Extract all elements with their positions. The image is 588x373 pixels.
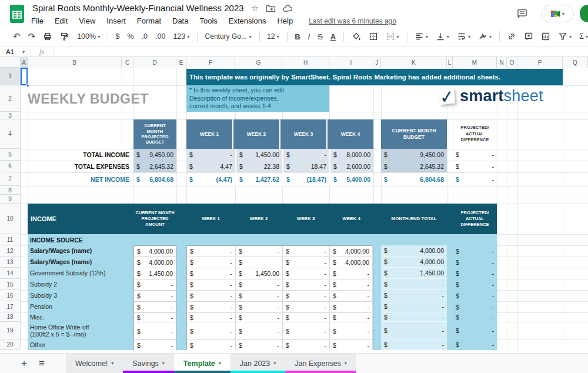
week-cell[interactable]: $- (187, 322, 236, 340)
week-cell[interactable]: $- (236, 340, 283, 350)
text-wrap-button[interactable]: ▾ (457, 32, 470, 41)
money-cell[interactable]: $8,000.00 (329, 149, 373, 161)
row-header-6[interactable]: 6 (0, 161, 21, 172)
money-cell[interactable]: $6,804.68 (133, 172, 176, 186)
week-cell[interactable]: $- (187, 268, 236, 279)
page-title[interactable]: WEEKLY BUDGET (28, 91, 149, 107)
header-week1[interactable]: WEEK 1 (186, 119, 232, 149)
tab-jan-2023[interactable]: Jan 2023▾ (230, 354, 285, 373)
projected-amount-cell[interactable]: $- (134, 322, 176, 340)
difference-cell[interactable]: $- (453, 301, 497, 312)
money-cell[interactable]: $4.47 (186, 161, 235, 172)
money-cell[interactable]: $- (282, 149, 329, 161)
week-cell[interactable]: $- (283, 268, 330, 279)
star-icon[interactable]: ☆ (251, 4, 259, 12)
header-week3[interactable]: WEEK 3 (280, 119, 326, 149)
week-cell[interactable]: $- (283, 313, 330, 322)
week-cell[interactable]: $- (283, 302, 330, 313)
move-folder-icon[interactable] (266, 4, 276, 12)
menu-extensions[interactable]: Extensions (229, 16, 266, 25)
projected-amount-cell[interactable]: $- (134, 313, 176, 322)
column-header-J[interactable]: J (373, 56, 381, 68)
more-formats-button[interactable]: 123▾ (173, 32, 189, 41)
projected-amount-cell[interactable]: $1,450.00 (134, 268, 176, 279)
column-header-C[interactable]: C (122, 56, 133, 68)
header-current-month-budget[interactable]: CURRENT MONTH BUDGET (381, 119, 447, 149)
column-header-H[interactable]: H (282, 56, 329, 68)
header-week2[interactable]: WEEK 2 (233, 119, 279, 149)
income-source-label[interactable]: Home Office Write-off (100ft2 x 5 = $--/… (30, 322, 131, 339)
column-header-K[interactable]: K (381, 56, 447, 68)
week-cell[interactable]: $- (330, 302, 373, 313)
week-cell[interactable]: $- (330, 340, 373, 350)
week-cell[interactable]: $- (187, 279, 236, 291)
bold-button[interactable]: B (295, 32, 300, 41)
borders-button[interactable] (369, 32, 378, 41)
all-sheets-button[interactable]: ≡ (33, 354, 51, 373)
edit-note[interactable]: * In this weekly sheet, you can edit: De… (186, 85, 329, 112)
difference-cell[interactable]: $- (453, 339, 497, 350)
week-cell[interactable]: $- (236, 313, 283, 322)
tab-caret-icon[interactable]: ▾ (273, 361, 276, 366)
merge-cells-button[interactable]: ▾ (386, 32, 399, 41)
tab-caret-icon[interactable]: ▾ (345, 361, 347, 366)
money-cell[interactable]: $2,645.32 (133, 161, 176, 172)
week-cell[interactable]: $- (330, 313, 373, 322)
week-cell[interactable]: $- (283, 340, 330, 350)
money-cell[interactable]: $6,804.68 (381, 172, 447, 186)
spreadsheet-grid[interactable]: This template was originally by SmartShe… (21, 68, 588, 350)
row-header-5[interactable]: 5 (0, 149, 21, 161)
week-cell[interactable]: $- (283, 291, 330, 302)
add-sheet-button[interactable]: + (15, 354, 33, 373)
template-banner[interactable]: This template was originally by SmartShe… (186, 69, 563, 85)
money-cell[interactable]: $1,450.00 (235, 149, 282, 161)
month-end-total-cell[interactable]: $- (381, 301, 447, 312)
month-end-total-cell[interactable]: $- (381, 322, 447, 339)
income-source-label[interactable]: Misc. (30, 312, 131, 322)
money-cell[interactable]: $1,427.62 (235, 172, 282, 186)
week-cell[interactable]: $- (187, 313, 236, 322)
week-cell[interactable]: $ (236, 257, 283, 268)
summary-label[interactable]: NET INCOME (28, 172, 131, 186)
cloud-status-icon[interactable] (283, 4, 293, 12)
row-header-2[interactable]: 2 (0, 85, 21, 112)
week-cell[interactable]: $- (283, 246, 330, 257)
money-cell[interactable]: $(4.47) (186, 172, 235, 186)
header-week4[interactable]: WEEK 4 (328, 119, 373, 149)
row-header-16[interactable]: 16 (0, 290, 21, 301)
increase-decimals-button[interactable]: .00 (155, 32, 165, 41)
money-cell[interactable]: $2,645.32 (381, 161, 447, 172)
tab-jan-expenses[interactable]: Jan Expenses▾ (285, 354, 356, 373)
column-header-O[interactable]: O (507, 56, 517, 68)
last-edit-link[interactable]: Last edit was 6 minutes ago (309, 17, 396, 25)
week-cell[interactable]: $- (236, 246, 283, 257)
difference-cell[interactable]: $- (453, 257, 497, 268)
month-end-total-cell[interactable]: $- (381, 339, 447, 350)
column-header-A[interactable]: A (21, 56, 28, 68)
column-header-E[interactable]: E (176, 56, 186, 68)
comment-history-icon[interactable] (516, 8, 528, 19)
insert-link-button[interactable] (507, 32, 516, 41)
week-cell[interactable]: $4,000.00 (330, 246, 373, 257)
row-header-18[interactable]: 18 (0, 312, 21, 322)
money-cell[interactable]: $22.38 (235, 161, 282, 172)
week-cell[interactable]: $- (236, 279, 283, 291)
header-current-month-projected-budget[interactable]: CURRENT MONTH PROJECTED BUDGET (133, 119, 176, 149)
font-size-select[interactable]: 12▾ (267, 32, 279, 41)
month-end-total-cell[interactable]: $1,450.00 (381, 268, 447, 279)
projected-amount-cell[interactable]: $- (134, 291, 176, 302)
row-header-8[interactable]: 8 (0, 186, 21, 195)
insert-comment-button[interactable] (524, 32, 533, 41)
paint-format-button[interactable] (60, 32, 69, 41)
menu-insert[interactable]: Insert (106, 16, 126, 25)
week-cell[interactable]: $- (187, 340, 236, 350)
row-header-17[interactable]: 17 (0, 301, 21, 312)
projected-amount-cell[interactable]: $4,000.00 (134, 246, 176, 257)
header-projected-actual-difference[interactable]: PROJECTED/ ACTUAL DIFFERENCE (453, 119, 497, 149)
week-cell[interactable]: $- (236, 322, 283, 340)
menu-help[interactable]: Help (277, 16, 293, 25)
projected-amount-cell[interactable]: $4,000.00 (134, 257, 176, 268)
month-end-total-cell[interactable]: $- (381, 290, 447, 301)
row-header-10[interactable]: 10 (0, 204, 21, 234)
menu-format[interactable]: Format (137, 16, 161, 25)
